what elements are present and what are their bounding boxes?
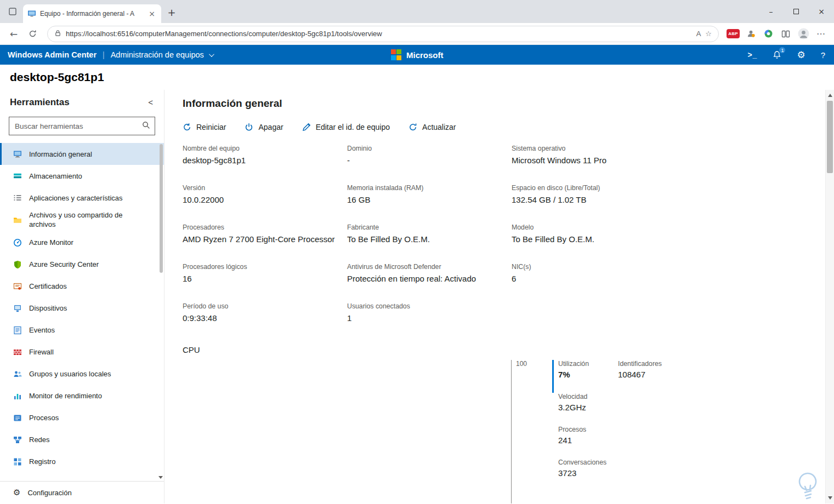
azure-monitor-icon [13,238,22,247]
field-value: Protección en tiempo real: Activado [347,274,512,283]
storage-icon [13,171,22,180]
field-value: 16 GB [347,195,512,204]
tools-search-input[interactable] [15,122,142,130]
field-memoria-ram: Memoria instalada (RAM) 16 GB [347,184,512,224]
close-button[interactable]: × [809,0,834,23]
tool-list: Información general Almacenamiento Aplic… [0,143,164,481]
field-value: AMD Ryzen 7 2700 Eight-Core Processor [183,234,347,244]
field-dominio: Dominio - [347,145,512,184]
overview-panel: Información general Reiniciar Apagar Edi… [164,90,834,503]
sidebar-item-label: Grupos y usuarios locales [29,370,111,378]
field-label: Dominio [347,145,512,152]
cpu-chart [183,360,512,503]
sidebar-item-procesos[interactable]: Procesos [0,407,164,429]
tools-sidebar: Herramientas < Información general Almac… [0,90,164,503]
field-value: 10.0.22000 [183,195,347,204]
sidebar-item-redes[interactable]: Redes [0,429,164,451]
url-text: https://localhost:6516/computerManagemen… [66,30,692,38]
stat-value: 3.2GHz [558,403,612,412]
main-scrollbar[interactable] [825,90,834,503]
sidebar-item-dispositivos[interactable]: Dispositivos [0,297,164,319]
field-label: Espacio en disco (Libre/Total) [512,184,676,192]
minimize-button[interactable]: – [758,0,784,23]
sidebar-scrollbar-thumb[interactable] [160,144,163,273]
search-icon [142,121,150,131]
button-label: Editar el id. de equipo [316,123,390,131]
field-value: - [347,156,512,165]
computer-icon [13,150,22,158]
pencil-icon [302,123,311,131]
shutdown-button[interactable]: Apagar [245,123,283,131]
new-tab-button[interactable]: + [164,5,179,19]
field-procesadores: Procesadores AMD Ryzen 7 2700 Eight-Core… [183,224,347,263]
tab-close-icon[interactable]: × [147,9,157,19]
network-icon [13,436,22,444]
settings-gear-icon[interactable]: ⚙ [797,49,805,60]
field-value: To Be Filled By O.E.M. [347,234,512,244]
tab-actions-icon[interactable] [5,4,20,19]
sidebar-item-aplicaciones[interactable]: Aplicaciones y características [0,187,164,209]
edit-computer-id-button[interactable]: Editar el id. de equipo [302,123,390,131]
sidebar-item-azure-monitor[interactable]: Azure Monitor [0,232,164,254]
scroll-up-icon[interactable] [828,94,832,97]
password-extension-icon[interactable] [743,26,758,42]
field-nics: NIC(s) 6 [512,263,676,302]
sidebar-item-registro[interactable]: Registro [0,451,164,473]
maximize-icon [793,9,799,14]
sidebar-item-grupos-usuarios[interactable]: Grupos y usuarios locales [0,363,164,385]
powershell-icon[interactable]: >_ [747,50,757,59]
browser-tab-strip: Equipo - Información general - A × + – × [0,0,834,23]
wac-header: Windows Admin Center | Administración de… [0,45,834,65]
lock-icon [54,29,61,39]
maximize-button[interactable] [784,0,809,23]
field-label: Versión [183,184,347,192]
browser-extension-icon[interactable] [761,26,776,42]
field-label: Fabricante [347,224,512,231]
solution-dropdown[interactable]: Administración de equipos [111,50,213,59]
registry-icon [13,457,22,466]
sidebar-item-almacenamiento[interactable]: Almacenamiento [0,165,164,187]
sidebar-item-label: Información general [29,150,92,158]
sidebar-item-firewall[interactable]: Firewall [0,341,164,363]
notifications-bell-icon[interactable]: 1 [773,50,781,59]
restart-button[interactable]: Reiniciar [183,123,226,131]
favorites-star-icon[interactable]: ☆ [705,30,712,38]
profile-avatar[interactable] [796,26,811,42]
help-icon[interactable]: ? [821,50,825,60]
browser-tab[interactable]: Equipo - Información general - A × [23,4,161,23]
sidebar-item-label: Configuración [27,489,71,497]
main-scrollbar-thumb[interactable] [827,101,833,173]
url-bar[interactable]: https://localhost:6516/computerManagemen… [47,26,719,42]
wac-app-title[interactable]: Windows Admin Center [8,50,97,59]
field-label: NIC(s) [512,263,676,271]
sidebar-item-label: Redes [29,436,50,444]
stat-identificadores: Identificadores 108467 [612,360,700,393]
sidebar-item-configuracion[interactable]: ⚙ Configuración [0,481,164,503]
sidebar-collapse-icon[interactable]: < [145,96,156,108]
microsoft-wordmark: Microsoft [406,50,444,60]
split-screen-icon[interactable] [778,26,793,42]
sidebar-item-informacion-general[interactable]: Información general [0,143,164,165]
sidebar-item-monitor-rendimiento[interactable]: Monitor de rendimiento [0,385,164,407]
sidebar-scroll-down-icon[interactable] [158,476,163,479]
stat-label: Utilización [558,360,612,368]
sidebar-item-archivos[interactable]: Archivos y uso compartido de archivos [0,209,164,232]
field-nombre-del-equipo: Nombre del equipo desktop-5gc81p1 [183,145,347,184]
sidebar-item-certificados[interactable]: Certificados [0,276,164,297]
read-aloud-icon[interactable]: A [696,30,701,38]
stat-conversaciones: Conversaciones 3723 [552,459,612,491]
back-button[interactable]: ← [5,26,22,42]
stat-utilizacion: Utilización 7% [552,360,612,393]
scroll-down-icon[interactable] [828,496,832,500]
browser-menu-icon[interactable]: ⋯ [813,26,829,42]
tab-title: Equipo - Información general - A [40,10,143,18]
refresh-data-button[interactable]: Actualizar [409,123,456,131]
cpu-legend: Utilización 7% Identificadores 108467 Ve… [552,360,700,491]
sidebar-item-azure-security-center[interactable]: Azure Security Center [0,254,164,276]
refresh-button[interactable] [24,26,41,42]
adblock-extension-icon[interactable]: ABP [725,26,741,42]
field-label: Sistema operativo [512,145,676,152]
sidebar-item-label: Aplicaciones y características [29,194,123,202]
sidebar-item-eventos[interactable]: Eventos [0,319,164,341]
sidebar-item-label: Certificados [29,282,67,290]
